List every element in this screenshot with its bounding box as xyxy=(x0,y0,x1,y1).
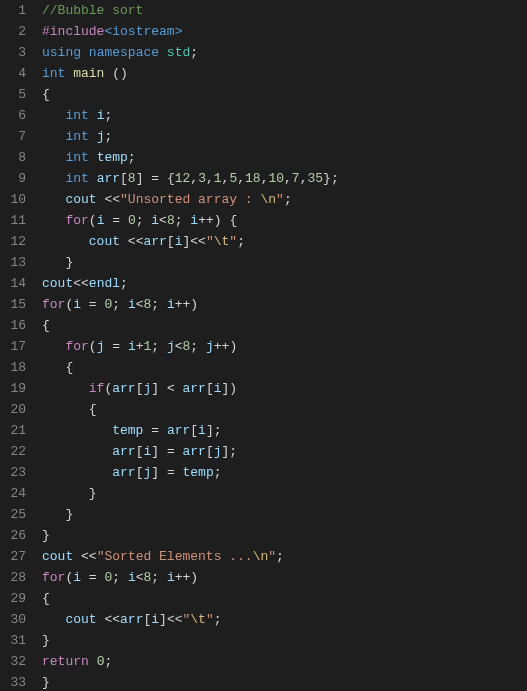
token-punct xyxy=(81,570,89,585)
token-string: " xyxy=(206,234,214,249)
code-line[interactable]: { xyxy=(42,399,527,420)
token-punct: { xyxy=(65,360,73,375)
code-line[interactable]: for(i = 0; i<8; i++) xyxy=(42,294,527,315)
token-type: int xyxy=(42,66,65,81)
token-number: 10 xyxy=(268,171,284,186)
token-punct: ) xyxy=(229,339,237,354)
code-editor[interactable]: 1234567891011121314151617181920212223242… xyxy=(0,0,527,691)
token-op: << xyxy=(104,192,120,207)
token-ident: arr xyxy=(112,381,135,396)
code-line[interactable]: int i; xyxy=(42,105,527,126)
code-line[interactable]: } xyxy=(42,483,527,504)
token-control: for xyxy=(65,339,88,354)
code-line[interactable]: using namespace std; xyxy=(42,42,527,63)
code-line[interactable]: #include<iostream> xyxy=(42,21,527,42)
code-line[interactable]: { xyxy=(42,588,527,609)
code-line[interactable]: arr[j] = temp; xyxy=(42,462,527,483)
code-line[interactable]: int arr[8] = {12,3,1,5,18,10,7,35}; xyxy=(42,168,527,189)
token-punct: [ xyxy=(206,381,214,396)
line-number: 29 xyxy=(6,588,26,609)
line-number: 15 xyxy=(6,294,26,315)
token-punct xyxy=(175,381,183,396)
token-ident: temp xyxy=(112,423,143,438)
token-op: < xyxy=(136,297,144,312)
line-number: 1 xyxy=(6,0,26,21)
token-punct: ; xyxy=(151,570,167,585)
code-line[interactable]: temp = arr[i]; xyxy=(42,420,527,441)
token-punct xyxy=(159,45,167,60)
token-number: 1 xyxy=(214,171,222,186)
token-punct xyxy=(89,150,97,165)
token-escape: \n xyxy=(253,549,269,564)
code-line[interactable]: for(j = i+1; j<8; j++) xyxy=(42,336,527,357)
code-line[interactable]: cout <<arr[i]<<"\t"; xyxy=(42,609,527,630)
code-line[interactable]: { xyxy=(42,357,527,378)
token-ident: i xyxy=(190,213,198,228)
token-punct: ; xyxy=(104,654,112,669)
code-line[interactable]: if(arr[j] < arr[i]) xyxy=(42,378,527,399)
code-line[interactable]: int main () xyxy=(42,63,527,84)
code-line[interactable]: arr[i] = arr[j]; xyxy=(42,441,527,462)
code-line[interactable]: cout <<"Unsorted array : \n"; xyxy=(42,189,527,210)
token-punct: ] xyxy=(206,423,214,438)
token-punct: ; xyxy=(214,465,222,480)
token-keyword: namespace xyxy=(89,45,159,60)
code-line[interactable]: { xyxy=(42,315,527,336)
token-control: for xyxy=(42,570,65,585)
code-line[interactable]: cout <<"Sorted Elements ...\n"; xyxy=(42,546,527,567)
token-ident: i xyxy=(128,339,136,354)
line-number: 30 xyxy=(6,609,26,630)
token-punct xyxy=(120,234,128,249)
code-line[interactable]: int temp; xyxy=(42,147,527,168)
code-line[interactable]: { xyxy=(42,84,527,105)
code-line[interactable]: } xyxy=(42,525,527,546)
token-ident: i xyxy=(128,570,136,585)
code-line[interactable]: } xyxy=(42,672,527,691)
token-number: 7 xyxy=(292,171,300,186)
code-line[interactable]: int j; xyxy=(42,126,527,147)
code-line[interactable]: } xyxy=(42,252,527,273)
code-line[interactable]: } xyxy=(42,630,527,651)
line-number: 33 xyxy=(6,672,26,691)
token-punct: [ xyxy=(206,444,214,459)
line-number: 27 xyxy=(6,546,26,567)
line-number: 32 xyxy=(6,651,26,672)
line-number: 2 xyxy=(6,21,26,42)
line-number: 10 xyxy=(6,189,26,210)
line-number: 25 xyxy=(6,504,26,525)
token-op: << xyxy=(81,549,97,564)
line-number: 7 xyxy=(6,126,26,147)
token-op: = xyxy=(89,297,97,312)
code-line[interactable]: cout<<endl; xyxy=(42,273,527,294)
token-ident: i xyxy=(151,612,159,627)
line-number: 4 xyxy=(6,63,26,84)
token-punct xyxy=(89,108,97,123)
code-line[interactable]: //Bubble sort xyxy=(42,0,527,21)
token-ident: arr xyxy=(120,612,143,627)
token-op: = xyxy=(112,213,120,228)
code-area[interactable]: //Bubble sort#include<iostream>using nam… xyxy=(38,0,527,691)
code-line[interactable]: cout <<arr[i]<<"\t"; xyxy=(42,231,527,252)
token-type: int xyxy=(65,129,88,144)
token-number: 12 xyxy=(175,171,191,186)
code-line[interactable]: for(i = 0; i<8; i++) { xyxy=(42,210,527,231)
token-ident: temp xyxy=(97,150,128,165)
token-punct: ( xyxy=(89,339,97,354)
token-punct: ; xyxy=(128,150,136,165)
token-punct: ; xyxy=(112,570,128,585)
line-number: 8 xyxy=(6,147,26,168)
token-number: 0 xyxy=(128,213,136,228)
code-line[interactable]: for(i = 0; i<8; i++) xyxy=(42,567,527,588)
code-line[interactable]: return 0; xyxy=(42,651,527,672)
token-punct xyxy=(120,213,128,228)
token-ident: arr xyxy=(183,381,206,396)
token-keyword: using xyxy=(42,45,81,60)
token-string: " xyxy=(206,612,214,627)
code-line[interactable]: } xyxy=(42,504,527,525)
token-punct: ] xyxy=(151,444,159,459)
token-punct: ) xyxy=(190,297,198,312)
token-punct xyxy=(175,465,183,480)
token-punct xyxy=(159,444,167,459)
token-ident: i xyxy=(167,297,175,312)
token-punct xyxy=(81,45,89,60)
